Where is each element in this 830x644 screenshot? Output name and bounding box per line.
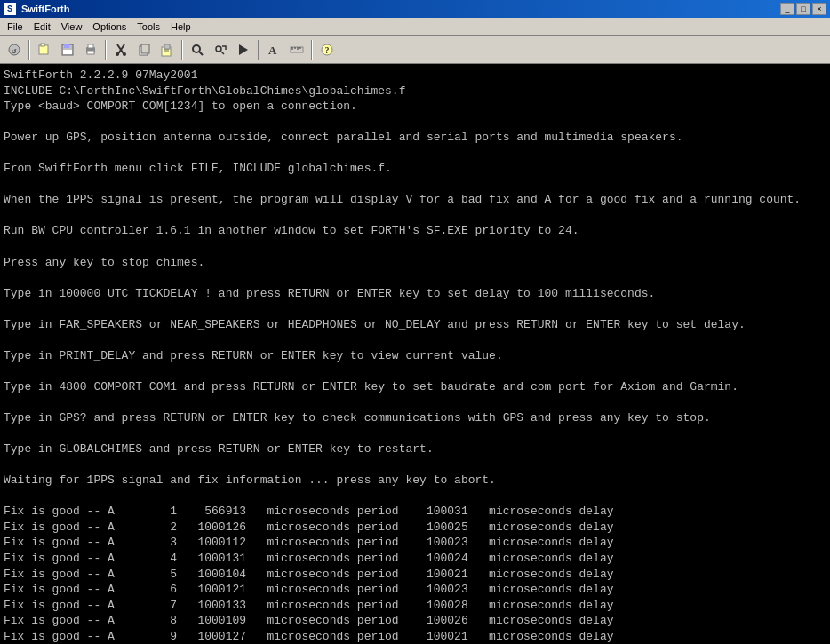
svg-point-22 xyxy=(216,46,221,52)
title-bar-buttons: _ □ × xyxy=(780,3,826,15)
menu-edit[interactable]: Edit xyxy=(28,20,56,34)
toolbar-sep-5 xyxy=(311,40,313,60)
help-icon: ? xyxy=(320,43,334,57)
svg-point-20 xyxy=(193,45,200,52)
menu-tools[interactable]: Tools xyxy=(132,20,165,34)
toolbar-btn-12[interactable] xyxy=(286,39,307,60)
svg-marker-24 xyxy=(239,44,248,55)
copy-icon xyxy=(137,43,151,57)
print-icon xyxy=(84,43,98,57)
open-icon xyxy=(37,43,52,57)
toolbar-btn-2[interactable] xyxy=(34,39,55,60)
toolbar-btn-11[interactable]: A xyxy=(263,39,284,60)
toolbar-btn-7[interactable] xyxy=(156,39,178,60)
toolbar-btn-9[interactable] xyxy=(210,39,231,60)
toolbar-btn-help[interactable]: ? xyxy=(316,39,338,60)
app-icon: S xyxy=(4,3,16,15)
svg-text:↺: ↺ xyxy=(12,47,17,56)
svg-rect-17 xyxy=(164,44,170,49)
svg-rect-3 xyxy=(41,44,44,46)
toolbar-btn-3[interactable] xyxy=(57,39,78,60)
toolbar-sep-4 xyxy=(258,40,259,60)
terminal-output: SwiftForth 2.2.2.9 07May2001 INCLUDE C:\… xyxy=(4,68,826,644)
toolbar-btn-5[interactable] xyxy=(110,39,132,60)
goto-icon xyxy=(236,43,251,57)
svg-rect-6 xyxy=(63,50,72,54)
title-bar-text: SwiftForth xyxy=(21,4,775,14)
replace-icon xyxy=(213,43,227,57)
svg-line-21 xyxy=(199,52,203,55)
font-a-icon: A xyxy=(267,43,281,57)
toolbar-btn-4[interactable] xyxy=(80,39,101,60)
menu-view[interactable]: View xyxy=(56,20,88,34)
toolbar-btn-1[interactable]: ↺ xyxy=(4,39,25,60)
svg-line-23 xyxy=(221,52,224,54)
new-icon: ↺ xyxy=(7,43,21,57)
menu-bar: File Edit View Options Tools Help xyxy=(0,18,830,36)
toolbar: ↺ xyxy=(0,36,830,64)
toolbar-sep-2 xyxy=(105,40,107,60)
find-icon xyxy=(190,43,204,57)
menu-file[interactable]: File xyxy=(2,20,28,34)
menu-help[interactable]: Help xyxy=(165,20,196,34)
close-button[interactable]: × xyxy=(812,3,826,15)
svg-text:A: A xyxy=(268,44,277,57)
svg-rect-5 xyxy=(64,44,69,48)
toolbar-sep-1 xyxy=(28,40,30,60)
svg-rect-9 xyxy=(87,51,94,54)
maximize-button[interactable]: □ xyxy=(796,3,810,15)
toolbar-btn-6[interactable] xyxy=(133,39,155,60)
toolbar-btn-8[interactable] xyxy=(187,39,208,60)
svg-text:?: ? xyxy=(325,45,330,55)
save-icon xyxy=(60,43,75,57)
content-area[interactable]: SwiftForth 2.2.2.9 07May2001 INCLUDE C:\… xyxy=(0,64,830,644)
svg-rect-8 xyxy=(88,44,93,48)
title-bar: S SwiftForth _ □ × xyxy=(0,0,830,18)
svg-rect-15 xyxy=(141,44,149,53)
svg-point-12 xyxy=(116,52,119,56)
toolbar-btn-10[interactable] xyxy=(233,39,254,60)
menu-options[interactable]: Options xyxy=(87,20,132,34)
minimize-button[interactable]: _ xyxy=(780,3,794,15)
paste-icon xyxy=(160,43,174,57)
cut-icon xyxy=(114,43,128,57)
svg-point-13 xyxy=(123,52,126,56)
ruler-icon xyxy=(290,43,304,57)
toolbar-sep-3 xyxy=(181,40,183,60)
